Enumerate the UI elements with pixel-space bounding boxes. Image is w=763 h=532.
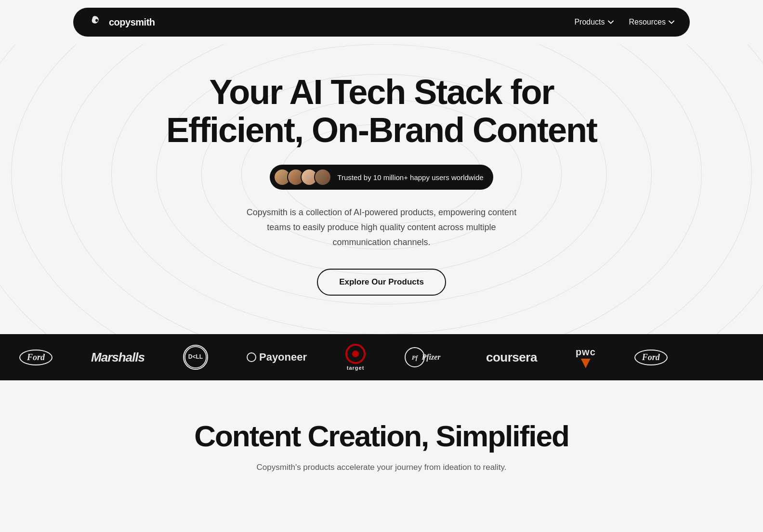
hero-title: Your AI Tech Stack for Efficient, On-Bra… xyxy=(165,73,598,149)
resources-nav-link[interactable]: Resources xyxy=(629,18,674,26)
hero-title-line1: Your AI Tech Stack for xyxy=(210,73,554,111)
brand-ford-2: Ford xyxy=(634,350,668,365)
products-label: Products xyxy=(574,18,605,26)
pwc-triangle xyxy=(581,359,591,368)
brand-strip-inner: Ford Marshalls D<LL Payoneer xyxy=(0,344,687,371)
products-nav-link[interactable]: Products xyxy=(574,18,613,26)
brand-coursera: coursera xyxy=(486,350,537,365)
payoneer-logo: Payoneer xyxy=(247,351,307,363)
target-inner-circle xyxy=(352,350,359,357)
target-text: target xyxy=(347,365,365,371)
logo[interactable]: copysmith xyxy=(89,14,155,30)
target-logo: target xyxy=(345,344,366,371)
svg-text:D<LL: D<LL xyxy=(188,353,203,360)
brand-pfizer: Pf Pfizer xyxy=(404,347,447,368)
hero-content: Your AI Tech Stack for Efficient, On-Bra… xyxy=(10,73,753,296)
nav-links: Products Resources xyxy=(574,18,674,26)
brand-payoneer: Payoneer xyxy=(247,351,307,363)
navbar: copysmith Products Resources xyxy=(73,8,690,37)
brand-ford-1: Ford xyxy=(19,350,53,365)
resources-chevron-icon xyxy=(669,20,674,24)
brand-marshalls: Marshalls xyxy=(91,350,145,365)
dell-svg: D<LL xyxy=(184,345,207,370)
brand-dell: D<LL xyxy=(183,345,208,370)
content-section-title: Content Creation, Simplified xyxy=(10,419,753,453)
avatar-group xyxy=(274,169,331,186)
pfizer-logo: Pf Pfizer xyxy=(404,347,447,368)
content-section: Content Creation, Simplified Copysmith's… xyxy=(0,380,763,492)
ford-logo-1: Ford xyxy=(19,350,53,365)
brand-strip: Ford Marshalls D<LL Payoneer xyxy=(0,334,763,380)
marshalls-logo: Marshalls xyxy=(91,350,145,365)
pwc-text: pwc xyxy=(576,347,596,358)
products-chevron-icon xyxy=(608,20,614,24)
logo-icon xyxy=(89,14,104,30)
brand-target: target xyxy=(345,344,366,371)
hero-description: Copysmith is a collection of AI-powered … xyxy=(237,205,526,249)
svg-text:Pfizer: Pfizer xyxy=(421,353,441,362)
trust-badge: Trusted by 10 million+ happy users world… xyxy=(270,165,493,190)
brand-pwc: pwc xyxy=(576,347,596,368)
ford-logo-2: Ford xyxy=(634,350,668,365)
resources-label: Resources xyxy=(629,18,666,26)
hero-section: .bg-line { fill: none; stroke: #ccc; str… xyxy=(0,44,763,334)
svg-text:Pf: Pf xyxy=(412,354,419,361)
payoneer-circle xyxy=(247,352,256,362)
trust-badge-text: Trusted by 10 million+ happy users world… xyxy=(337,173,483,182)
content-section-description: Copysmith's products accelerate your jou… xyxy=(237,463,526,472)
pwc-logo: pwc xyxy=(576,347,596,368)
target-outer-circle xyxy=(345,344,366,364)
dell-logo: D<LL xyxy=(183,345,208,370)
coursera-text: coursera xyxy=(486,350,537,365)
avatar-4 xyxy=(314,169,331,186)
hero-title-line2: Efficient, On-Brand Content xyxy=(166,111,597,149)
payoneer-text: Payoneer xyxy=(259,351,307,363)
explore-products-button[interactable]: Explore Our Products xyxy=(317,269,446,296)
logo-text: copysmith xyxy=(109,17,155,28)
